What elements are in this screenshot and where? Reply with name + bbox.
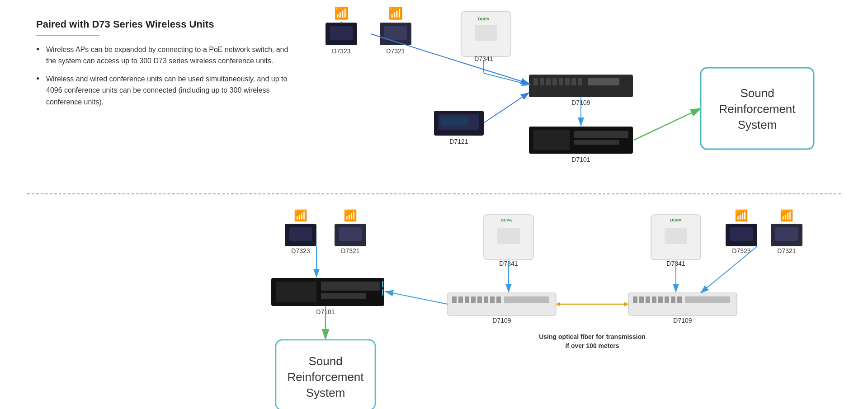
svg-rect-56: [677, 296, 682, 303]
svg-rect-55: [671, 296, 675, 303]
label-d7321-top: D7321: [386, 47, 405, 55]
svg-rect-30: [382, 281, 383, 287]
svg-rect-51: [646, 296, 650, 303]
svg-line-59: [701, 246, 757, 293]
label-d7321-bottom-right: D7321: [777, 247, 796, 254]
label-d7101-top: D7101: [571, 156, 590, 163]
svg-rect-35: [452, 296, 457, 303]
sound-box-text-top: Sound: [740, 86, 774, 100]
svg-rect-2: [546, 78, 551, 85]
svg-rect-31: [382, 289, 383, 296]
top-title: Paired with D73 Series Wireless Units: [36, 18, 289, 31]
svg-rect-41: [490, 296, 495, 303]
top-section: Paired with D73 Series Wireless Units Wi…: [0, 0, 868, 194]
svg-rect-6: [571, 78, 576, 85]
svg-rect-42: [496, 296, 501, 303]
label-d7121-top: D7121: [449, 138, 468, 145]
d7109-port1: [533, 78, 538, 85]
d7109-body-top: [529, 75, 633, 97]
d7101-panel: [533, 130, 570, 150]
svg-rect-48: [775, 227, 798, 241]
sound-box-text-bottom3: System: [306, 386, 345, 400]
bottom-section: Long Transmission Distance There is no l…: [0, 194, 868, 409]
svg-marker-61: [624, 302, 628, 306]
svg-line-17: [484, 73, 530, 85]
svg-rect-1: [540, 78, 544, 85]
wifi-right-d7323: 📶: [735, 209, 748, 222]
svg-line-45: [385, 291, 448, 304]
svg-rect-4: [559, 78, 563, 85]
sound-box-text2-top: Reinforcement: [719, 102, 796, 116]
svg-rect-38: [471, 296, 476, 303]
svg-rect-12: [441, 117, 468, 126]
d7341-mid-logo: DCPA: [501, 218, 512, 222]
wifi-right-d7321: 📶: [780, 209, 793, 222]
top-bullet-1: Wireless APs can be expanded by connecti…: [36, 44, 289, 67]
d7341-logo: DCPA: [478, 17, 490, 21]
svg-rect-54: [665, 296, 669, 303]
fiber-label-line1: Using optical fiber for transmission: [539, 333, 646, 340]
svg-rect-7: [578, 78, 582, 85]
svg-rect-40: [484, 296, 488, 303]
svg-rect-29: [321, 293, 366, 299]
svg-rect-27: [276, 282, 316, 302]
svg-rect-49: [633, 296, 637, 303]
svg-rect-47: [730, 227, 753, 241]
svg-rect-28: [321, 282, 380, 291]
svg-rect-10: [574, 140, 619, 145]
svg-line-19: [484, 93, 529, 123]
svg-rect-34: [497, 228, 520, 244]
label-d7323-top: D7323: [332, 47, 350, 55]
d7321-screen-top: [384, 26, 407, 40]
svg-rect-57: [685, 296, 730, 303]
svg-marker-62: [556, 302, 560, 306]
d7109-right-body: [628, 293, 737, 315]
sound-box-text-bottom1: Sound: [308, 354, 342, 368]
d7109-mid-body: [448, 293, 556, 315]
d7341-right-logo: DCPA: [670, 218, 682, 222]
bottom-diagram-svg: 📶 📶 D7323 D7321 D7101: [267, 208, 868, 409]
label-d7109-mid: D7109: [492, 317, 511, 324]
svg-rect-50: [639, 296, 644, 303]
sound-box-text-bottom2: Reinforcement: [287, 370, 364, 384]
svg-rect-39: [477, 296, 482, 303]
svg-rect-5: [565, 78, 570, 85]
top-text-panel: Paired with D73 Series Wireless Units Wi…: [36, 18, 289, 114]
label-d7109-right: D7109: [673, 317, 692, 324]
svg-rect-8: [588, 78, 619, 85]
svg-rect-52: [652, 296, 656, 303]
svg-rect-9: [574, 131, 628, 138]
sound-box-text3-top: System: [738, 118, 777, 132]
svg-rect-53: [658, 296, 663, 303]
svg-rect-37: [465, 296, 469, 303]
svg-rect-25: [289, 227, 312, 241]
wifi-left-d7321: 📶: [344, 209, 357, 222]
svg-rect-26: [339, 227, 362, 241]
svg-line-21: [634, 108, 701, 140]
bottom-text-panel: Long Transmission Distance There is no l…: [36, 407, 289, 409]
d7341-screen-top: [475, 25, 497, 41]
svg-rect-3: [552, 78, 557, 85]
label-d7321-bottom-left: D7321: [341, 247, 359, 254]
svg-rect-46: [665, 228, 687, 244]
wifi-d7323-top: 📶: [334, 6, 349, 20]
top-bullet-list: Wireless APs can be expanded by connecti…: [36, 44, 289, 108]
svg-rect-36: [458, 296, 463, 303]
top-bullet-2: Wireless and wired conference units can …: [36, 73, 289, 108]
fiber-label-line2: if over 100 meters: [565, 342, 619, 349]
bottom-title: Long Transmission Distance: [36, 407, 289, 409]
d7323-screen-top: [330, 26, 353, 40]
wifi-d7321-top: 📶: [388, 6, 403, 20]
page-wrapper: Paired with D73 Series Wireless Units Wi…: [0, 0, 868, 409]
top-title-underline: [36, 35, 99, 36]
wifi-left-d7323: 📶: [294, 209, 307, 222]
top-diagram-svg: 📶 📶 D7323 D7321 DCPA D7341: [307, 5, 841, 190]
label-d7323-bottom-left: D7323: [291, 247, 310, 254]
svg-rect-43: [504, 296, 549, 303]
